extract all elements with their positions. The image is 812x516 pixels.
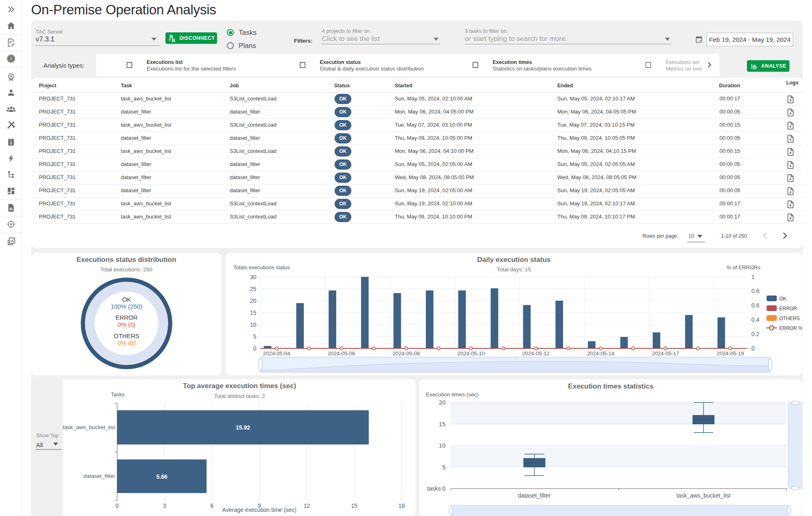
svg-text:5: 5	[442, 464, 446, 471]
svg-text:ERROR: ERROR	[779, 306, 797, 311]
svg-text:OK: OK	[779, 296, 786, 302]
svg-text:task_aws_bucket_list: task_aws_bucket_list	[676, 492, 731, 499]
svg-text:OK: OK	[122, 296, 131, 303]
svg-text:0: 0	[442, 485, 446, 492]
svg-text:15: 15	[250, 309, 256, 316]
svg-text:0: 0	[253, 345, 256, 352]
svg-text:6: 6	[210, 502, 214, 509]
svg-text:15.92: 15.92	[236, 424, 250, 431]
svg-text:0.2: 0.2	[751, 331, 760, 337]
svg-text:2024-05-19: 2024-05-19	[717, 350, 744, 357]
svg-text:10: 10	[439, 442, 446, 449]
svg-text:20: 20	[439, 399, 446, 406]
svg-text:t: t	[10, 56, 12, 61]
svg-text:Tasks: Tasks	[111, 391, 125, 398]
svg-text:20: 20	[250, 298, 256, 304]
svg-text:10: 10	[250, 321, 256, 328]
svg-text:2024-05-12: 2024-05-12	[522, 350, 550, 357]
svg-text:OTHERS: OTHERS	[779, 316, 800, 321]
svg-text:0% (0): 0% (0)	[118, 339, 136, 346]
svg-text:tasks: tasks	[427, 485, 441, 492]
svg-text:Execution times (sec): Execution times (sec)	[426, 391, 479, 398]
svg-text:% of ERRORs: % of ERRORs	[726, 264, 761, 271]
svg-text:15: 15	[439, 421, 446, 427]
svg-text:0.6: 0.6	[751, 302, 760, 309]
svg-text:2024-05-17: 2024-05-17	[652, 350, 679, 357]
svg-text:ERROR: ERROR	[115, 314, 138, 321]
svg-text:5.66: 5.66	[156, 473, 167, 480]
svg-text:2024-05-10: 2024-05-10	[457, 350, 485, 357]
svg-text:2024-05-14: 2024-05-14	[587, 350, 615, 357]
svg-text:25: 25	[250, 286, 256, 292]
svg-text:2024-05-04: 2024-05-04	[263, 350, 290, 357]
svg-text:Totals executions status: Totals executions status	[233, 264, 290, 271]
svg-text:dataset_filter: dataset_filter	[518, 492, 551, 499]
svg-text:0: 0	[751, 345, 755, 352]
svg-text:1: 1	[751, 274, 755, 280]
svg-text:dataset_filter: dataset_filter	[84, 473, 115, 479]
svg-text:Average execution time (sec): Average execution time (sec)	[222, 507, 296, 513]
svg-text:15: 15	[351, 502, 357, 509]
svg-text:2024-05-08: 2024-05-08	[393, 350, 420, 357]
svg-text:5: 5	[253, 333, 256, 340]
svg-text:30: 30	[250, 274, 256, 280]
svg-text:task_aws_bucket_list: task_aws_bucket_list	[63, 424, 115, 430]
svg-text:ERROR %: ERROR %	[779, 325, 802, 331]
svg-text:Total distinct tasks: 2: Total distinct tasks: 2	[214, 393, 265, 399]
svg-text:18: 18	[398, 502, 405, 509]
svg-text:0.8: 0.8	[751, 288, 760, 294]
svg-text:Top average execution times (s: Top average execution times (sec)	[183, 382, 296, 390]
svg-text:OTHERS: OTHERS	[114, 332, 140, 339]
svg-text:12: 12	[303, 502, 310, 509]
svg-text:0% (0): 0% (0)	[118, 321, 136, 328]
svg-text:0: 0	[115, 502, 119, 509]
svg-text:0.4: 0.4	[751, 316, 760, 323]
svg-text:3: 3	[163, 502, 166, 509]
svg-text:100% (250): 100% (250)	[111, 303, 142, 310]
svg-text:2024-05-06: 2024-05-06	[328, 350, 355, 357]
